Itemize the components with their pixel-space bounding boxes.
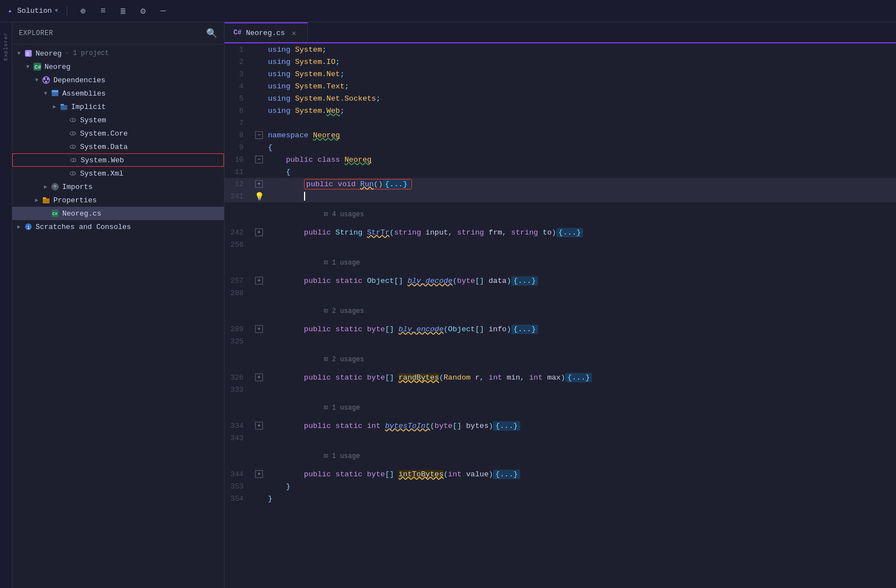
line-number: 256 bbox=[225, 238, 252, 251]
svg-rect-11 bbox=[61, 104, 64, 106]
arrow-imports: ▶ bbox=[41, 182, 50, 191]
tree-item-neoreg-file[interactable]: ▶ C# Neoreg.cs bbox=[12, 207, 224, 220]
fold-icon[interactable]: + bbox=[255, 180, 263, 188]
line-number: 2 bbox=[225, 56, 252, 68]
tree-item-neoreg-root[interactable]: ▼ S Neoreg · 1 project bbox=[12, 47, 224, 60]
tree-item-system-core[interactable]: ▶ System.Core bbox=[12, 127, 224, 140]
svg-rect-10 bbox=[61, 105, 67, 110]
table-row: 354 } bbox=[225, 492, 896, 505]
svg-rect-9 bbox=[52, 90, 58, 92]
tree-item-implicit[interactable]: ▶ Implicit bbox=[12, 100, 224, 113]
assemblies-label: Assemblies bbox=[62, 89, 106, 98]
editor-tabs: C# Neoreg.cs ✕ bbox=[225, 22, 896, 43]
line-gutter bbox=[252, 480, 266, 492]
code-line: ⊡ 2 usages bbox=[266, 299, 896, 323]
table-row: 353 } bbox=[225, 480, 896, 492]
code-line: public static byte[] intToBytes(int valu… bbox=[266, 468, 896, 480]
code-line: using System.IO; bbox=[266, 56, 896, 68]
line-gutter bbox=[252, 80, 266, 92]
table-row: 5 using System.Net.Sockets; bbox=[225, 92, 896, 104]
table-row: ⊡ 1 usage bbox=[225, 396, 896, 420]
arrow-implicit: ▶ bbox=[50, 102, 59, 111]
line-number: 5 bbox=[225, 92, 252, 104]
table-row: 289 + public static byte[] blv_encode(Ob… bbox=[225, 323, 896, 335]
line-number bbox=[225, 251, 252, 275]
line-number bbox=[225, 202, 252, 226]
table-row: 256 bbox=[225, 238, 896, 251]
fold-icon[interactable]: + bbox=[255, 470, 263, 478]
ref-icon-system-data bbox=[68, 142, 78, 152]
fold-icon[interactable]: − bbox=[255, 131, 263, 139]
code-line: using System.Net; bbox=[266, 68, 896, 80]
line-number: 326 bbox=[225, 371, 252, 383]
minimize-icon[interactable]: — bbox=[156, 4, 170, 18]
table-row: 325 bbox=[225, 335, 896, 347]
explorer-header: Explorer 🔍 bbox=[12, 22, 224, 44]
list-icon[interactable]: ≡ bbox=[96, 4, 109, 18]
line-gutter: 💡 bbox=[252, 190, 266, 202]
code-editor[interactable]: 1 using System; 2 using System.IO; 3 bbox=[225, 43, 896, 588]
tab-close-icon[interactable]: ✕ bbox=[290, 28, 298, 37]
arrow-assemblies: ▼ bbox=[41, 89, 50, 98]
tab-neoreg-cs[interactable]: C# Neoreg.cs ✕ bbox=[225, 22, 308, 42]
table-row: 288 bbox=[225, 287, 896, 299]
search-icon[interactable]: 🔍 bbox=[206, 28, 217, 39]
add-icon[interactable]: ⊕ bbox=[76, 4, 89, 18]
list2-icon[interactable]: ≣ bbox=[116, 4, 130, 18]
tree-item-system-xml[interactable]: ▶ System.Xml bbox=[12, 167, 224, 180]
svg-text:S: S bbox=[26, 52, 29, 57]
tree-item-system-web[interactable]: ▶ System.Web bbox=[12, 153, 224, 167]
line-gutter bbox=[252, 104, 266, 117]
tree-item-properties[interactable]: ▶ Properties bbox=[12, 193, 224, 207]
line-gutter bbox=[252, 251, 266, 275]
line-number: 10 bbox=[225, 153, 252, 166]
fold-icon[interactable]: − bbox=[255, 156, 263, 163]
line-gutter: + bbox=[252, 226, 266, 238]
code-line: public String StrTr(string input, string… bbox=[266, 226, 896, 238]
tree-item-dependencies[interactable]: ▼ Dependencies bbox=[12, 73, 224, 87]
table-row: 7 bbox=[225, 117, 896, 129]
tree-item-neoreg-cs[interactable]: ▼ C# Neoreg bbox=[12, 60, 224, 73]
properties-icon bbox=[41, 195, 51, 205]
tree-item-scratches[interactable]: ▶ i Scratches and Consoles bbox=[12, 220, 224, 233]
settings-icon[interactable]: ⚙ bbox=[136, 4, 150, 18]
project-badge: · 1 project bbox=[65, 49, 109, 57]
code-line: namespace Neoreg bbox=[266, 129, 896, 141]
table-row: 2 using System.IO; bbox=[225, 56, 896, 68]
fold-icon[interactable]: + bbox=[255, 277, 263, 285]
ref-icon-system-web bbox=[68, 155, 78, 165]
ref-icon-system bbox=[68, 115, 78, 125]
table-row: 10 − public class Neoreg bbox=[225, 153, 896, 166]
system-xml-label: System.Xml bbox=[80, 170, 123, 178]
line-number bbox=[225, 444, 252, 468]
code-line: ⊡ 1 usage bbox=[266, 396, 896, 420]
tree-item-system[interactable]: ▶ System bbox=[12, 113, 224, 127]
lightbulb-icon[interactable]: 💡 bbox=[255, 192, 264, 201]
line-gutter bbox=[252, 299, 266, 323]
table-row: ⊡ 2 usages bbox=[225, 299, 896, 323]
line-gutter bbox=[252, 56, 266, 68]
line-gutter bbox=[252, 396, 266, 420]
line-number: 8 bbox=[225, 129, 252, 141]
code-line bbox=[266, 190, 896, 202]
tree-item-system-data[interactable]: ▶ System.Data bbox=[12, 140, 224, 153]
csharp-file-icon: C# bbox=[50, 208, 60, 218]
line-gutter bbox=[252, 141, 266, 153]
fold-icon[interactable]: + bbox=[255, 325, 263, 333]
solution-selector[interactable]: ✦ Solution ▼ bbox=[6, 7, 58, 16]
code-line: { bbox=[266, 141, 896, 153]
line-number: 1 bbox=[225, 43, 252, 56]
svg-point-6 bbox=[47, 78, 49, 80]
tab-lang: C# bbox=[233, 29, 241, 37]
line-number: 353 bbox=[225, 480, 252, 492]
table-row: 344 + public static byte[] intToBytes(in… bbox=[225, 468, 896, 480]
fold-icon[interactable]: + bbox=[255, 422, 263, 430]
table-row: 3 using System.Net; bbox=[225, 68, 896, 80]
line-gutter bbox=[252, 383, 266, 396]
fold-icon[interactable]: + bbox=[255, 228, 263, 236]
line-number: 325 bbox=[225, 335, 252, 347]
tree-item-imports[interactable]: ▶ Imports bbox=[12, 180, 224, 193]
fold-icon[interactable]: + bbox=[255, 373, 263, 381]
tree-item-assemblies[interactable]: ▼ Assemblies bbox=[12, 87, 224, 100]
code-line: using System; bbox=[266, 43, 896, 56]
